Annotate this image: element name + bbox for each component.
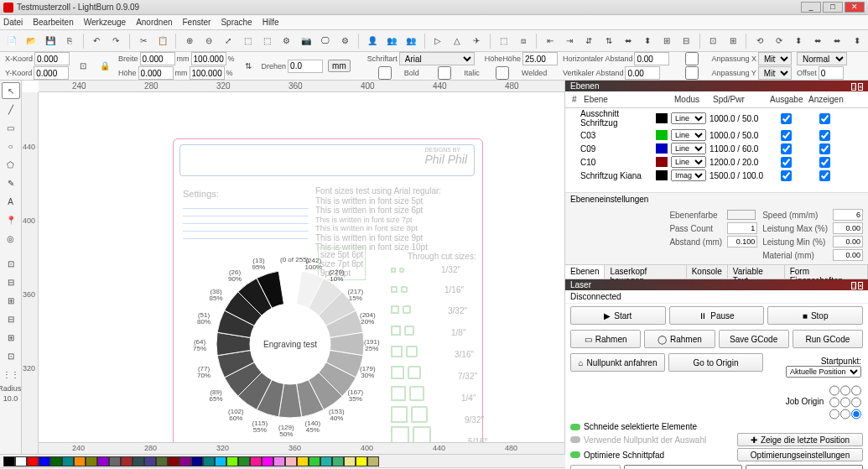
palette-swatch[interactable] [309,456,320,466]
layer-output-check[interactable] [781,130,792,141]
powermin-input[interactable] [833,236,863,248]
alignx-check[interactable] [674,52,709,65]
toggle-on-icon[interactable] [570,424,580,430]
tool-polygon[interactable]: ⬠ [2,156,20,173]
frame2-button[interactable]: ◯ Rahmen [644,330,715,348]
layer-output-check[interactable] [781,170,792,181]
tool-align1[interactable]: ⊞ [2,292,20,309]
tool-text[interactable]: A [2,193,20,210]
palette-swatch[interactable] [74,456,86,466]
toolbar-btn-18[interactable]: 🖵 [318,33,334,50]
menu-fenster[interactable]: Fenster [183,18,211,27]
layer-mode-select[interactable]: Line [671,143,706,154]
toolbar-btn-0[interactable]: 📄 [3,33,19,50]
showlast-button[interactable]: ✚ Zeige die letzte Position [737,433,863,446]
vspace-input[interactable] [625,66,660,80]
tool-offset[interactable]: ◎ [2,230,20,247]
machine-select[interactable]: Laser X-Carve [746,465,864,469]
tool-path[interactable]: ✎ [2,175,20,191]
toolbar-btn-23[interactable]: 👥 [403,33,418,50]
toolbar-btn-17[interactable]: 📷 [298,33,314,50]
tool-line[interactable]: ╱ [2,101,20,117]
panel-undock-icon[interactable]: □ [851,83,856,91]
palette-swatch[interactable] [250,456,262,466]
layer-show-check[interactable] [819,170,830,181]
layer-output-check[interactable] [781,157,792,168]
toolbar-btn-48[interactable]: ⬌ [829,33,845,50]
width-pct[interactable] [191,52,226,65]
palette-swatch[interactable] [273,456,285,466]
palette-swatch[interactable] [356,456,367,466]
font-select[interactable]: Arial [399,52,475,65]
passcount-input[interactable] [727,222,757,234]
laser-close-icon[interactable]: × [858,282,863,289]
toolbar-btn-37[interactable]: ⬍ [639,33,655,50]
stop-button[interactable]: ■ Stop [767,306,863,325]
optsettings-button[interactable]: Optimierungseinstellungen [737,448,863,461]
tool-array[interactable]: ⊡ [2,347,20,364]
alignx-select[interactable]: Mitte [758,52,792,65]
toolbar-btn-8[interactable]: ✂ [135,33,151,50]
toolbar-btn-36[interactable]: ⬌ [620,33,636,50]
palette-swatch[interactable] [297,456,309,466]
rungcode-button[interactable]: Run GCode [793,330,863,348]
toolbar-btn-35[interactable]: ⇅ [600,33,616,50]
tab-konsole[interactable]: Konsole [687,265,728,279]
origin-tl[interactable] [829,385,839,396]
height-pct[interactable] [190,66,225,80]
aligny-select[interactable]: Mitte [758,66,792,80]
toolbar-btn-21[interactable]: 👤 [364,33,380,50]
toolbar-btn-11[interactable]: ⊕ [181,33,197,50]
toolbar-btn-42[interactable]: ⊞ [725,33,741,50]
toolbar-btn-41[interactable]: ⊡ [705,33,721,50]
toolbar-btn-3[interactable]: ⎘ [62,33,78,50]
palette-swatch[interactable] [226,456,238,466]
rotate-input[interactable] [288,60,323,73]
tool-dots[interactable]: ⋮⋮ [2,366,20,383]
palette-swatch[interactable] [215,456,226,466]
layer-row[interactable]: C03Line1000.0 / 50.0 [565,128,868,142]
menu-werkzeuge[interactable]: Werkzeuge [84,18,126,27]
layercolor-swatch[interactable] [727,210,756,220]
device-choose[interactable]: (Choose) [624,465,742,469]
palette-swatch[interactable] [109,456,121,466]
origin-tr[interactable] [851,385,861,396]
layer-show-check[interactable] [819,157,830,168]
width-input[interactable] [140,52,175,65]
speed-input[interactable] [833,209,863,221]
palette-swatch[interactable] [15,456,27,466]
fontheight-input[interactable] [522,52,558,65]
toolbar-btn-32[interactable]: ⇤ [542,33,558,50]
origin-bc[interactable] [840,409,850,419]
offset-input[interactable] [819,66,844,80]
hspace-input[interactable] [634,52,669,65]
palette-swatch[interactable] [262,456,273,466]
toolbar-btn-39[interactable]: ⊟ [678,33,694,50]
tool-ellipse[interactable]: ○ [2,138,20,154]
panel-close-icon[interactable]: × [858,83,863,91]
toolbar-btn-6[interactable]: ↷ [108,33,124,50]
tab-laserkopf-bewegen[interactable]: Laserkopf bewegen [605,265,686,279]
close-button[interactable]: ✕ [845,2,865,13]
lock-icon[interactable]: 🔒 [96,58,113,75]
tool-node[interactable]: ⊡ [2,255,20,272]
palette-swatch[interactable] [168,456,179,466]
canvas[interactable]: 240280320360400440480 440400360320 DESIG… [22,81,564,454]
aligny-check[interactable] [674,66,709,80]
palette-swatch[interactable] [144,456,156,466]
toolbar-btn-45[interactable]: ⟳ [771,33,787,50]
menu-anordnen[interactable]: Anordnen [136,18,172,27]
layer-row[interactable]: C09Line1100.0 / 60.0 [565,142,868,155]
height-input[interactable] [138,66,174,80]
palette-swatch[interactable] [344,456,356,466]
menu-sprache[interactable]: Sprache [221,18,252,27]
toolbar-btn-26[interactable]: △ [450,33,465,50]
palette-swatch[interactable] [285,456,297,466]
toolbar-btn-22[interactable]: 👥 [383,33,399,50]
startpos-select[interactable]: Aktuelle Position [786,366,861,378]
frame-button[interactable]: ▭ Rahmen [570,330,641,348]
ycoord-input[interactable] [34,66,69,80]
toolbar-btn-25[interactable]: ▷ [430,33,446,50]
origin-bl[interactable] [829,409,839,419]
palette-swatch[interactable] [86,456,97,466]
